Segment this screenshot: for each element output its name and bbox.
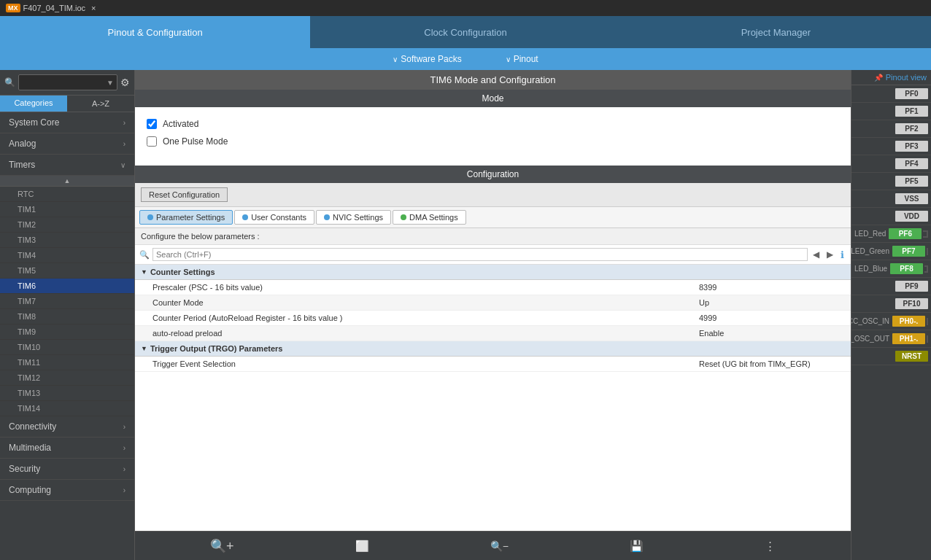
pin-item-ph0-.[interactable]: RCC_OSC_INPH0-. — [851, 313, 931, 330]
search-params-input[interactable] — [152, 248, 808, 261]
pin-item-ph1-.[interactable]: RCC_OSC_OUTPH1-. — [851, 330, 931, 348]
tab-clock-config[interactable]: Clock Configuration — [310, 16, 620, 48]
param-name: Trigger Event Selection — [152, 359, 699, 368]
more-options-button[interactable]: ⋮ — [759, 537, 781, 556]
table-row[interactable]: auto-reload preloadEnable — [135, 326, 851, 341]
tab-pinout-config[interactable]: Pinout & Configuration — [0, 16, 310, 48]
sidebar-item-timers[interactable]: Timers ∨ — [0, 155, 134, 176]
one-pulse-checkbox[interactable] — [147, 136, 157, 147]
sidebar: 🔍 ▼ ⚙ Categories A->Z System Core › Anal… — [0, 70, 135, 560]
sidebar-item-tim9[interactable]: TIM9 — [0, 324, 134, 340]
mode-header: Mode — [135, 90, 851, 107]
param-tab-dma-settings[interactable]: DMA Settings — [393, 210, 466, 225]
expand-arrow-icon: › — [123, 444, 125, 452]
pin-box: PF10 — [895, 298, 928, 309]
pin-item-pf4[interactable]: PF4 — [851, 155, 931, 173]
table-row[interactable]: Trigger Event SelectionReset (UG bit fro… — [135, 357, 851, 372]
pin-connector-icon — [924, 265, 928, 273]
pin-item-vdd[interactable]: VDD — [851, 208, 931, 225]
pin-box: PF8 — [890, 263, 923, 274]
param-tab-nvic-settings[interactable]: NVIC Settings — [316, 210, 391, 225]
sidebar-item-tim11[interactable]: TIM11 — [0, 355, 134, 370]
mode-content: Activated One Pulse Mode — [135, 107, 851, 166]
reset-config-button[interactable]: Reset Configuration — [141, 187, 228, 202]
scroll-up-icon: ▲ — [64, 177, 71, 184]
params-table: ▼Counter SettingsPrescaler (PSC - 16 bit… — [135, 265, 851, 531]
pin-item-pf3[interactable]: PF3 — [851, 138, 931, 155]
sidebar-item-tim5[interactable]: TIM5 — [0, 263, 134, 279]
table-row[interactable]: Counter Period (AutoReload Register - 16… — [135, 311, 851, 326]
sidebar-item-security[interactable]: Security› — [0, 459, 134, 480]
sidebar-item-tim4[interactable]: TIM4 — [0, 248, 134, 263]
section-row[interactable]: ▼Trigger Output (TRGO) Parameters — [135, 341, 851, 357]
section-row[interactable]: ▼Counter Settings — [135, 265, 851, 280]
pin-item-pf1[interactable]: PF1 — [851, 103, 931, 120]
settings-icon[interactable]: ⚙ — [120, 77, 130, 88]
param-tabs: Parameter SettingsUser ConstantsNVIC Set… — [135, 207, 851, 228]
sidebar-item-analog[interactable]: Analog › — [0, 133, 134, 155]
pin-item-pf2[interactable]: PF2 — [851, 120, 931, 138]
next-result-icon[interactable]: ▶ — [824, 249, 835, 260]
table-row[interactable]: Counter ModeUp — [135, 295, 851, 311]
sub-nav-software-packs[interactable]: ∨ Software Packs — [393, 54, 461, 64]
main-layout: 🔍 ▼ ⚙ Categories A->Z System Core › Anal… — [0, 70, 931, 560]
pin-item-pf7[interactable]: LED_GreenPF7 — [851, 243, 931, 260]
search-input[interactable] — [19, 77, 104, 88]
param-name: Prescaler (PSC - 16 bits value) — [152, 283, 699, 292]
pin-item-pf0[interactable]: PF0 — [851, 85, 931, 103]
sub-nav-pinout[interactable]: ∨ Pinout — [506, 54, 538, 64]
pin-item-pf6[interactable]: LED_RedPF6 — [851, 225, 931, 243]
fit-view-button[interactable]: ⬜ — [349, 537, 375, 556]
content-title: TIM6 Mode and Configuration — [135, 70, 851, 90]
info-icon[interactable]: ℹ — [838, 249, 846, 260]
tab-categories[interactable]: Categories — [0, 96, 67, 112]
pin-item-pf5[interactable]: PF5 — [851, 173, 931, 190]
sidebar-item-tim13[interactable]: TIM13 — [0, 386, 134, 401]
zoom-in-button[interactable]: 🔍+ — [204, 535, 240, 557]
pinout-sidebar: 📌 Pinout view PF0PF1PF2PF3PF4PF5VSSVDDLE… — [851, 70, 931, 560]
scroll-up-btn[interactable]: ▲ — [0, 176, 134, 187]
sidebar-item-tim7[interactable]: TIM7 — [0, 294, 134, 309]
prev-result-icon[interactable]: ◀ — [811, 249, 822, 260]
pin-item-pf10[interactable]: PF10 — [851, 295, 931, 313]
pin-box: PF2 — [895, 123, 928, 134]
pin-box: PF7 — [892, 246, 925, 257]
param-name: Counter Mode — [152, 298, 699, 307]
sidebar-item-tim2[interactable]: TIM2 — [0, 217, 134, 233]
param-tab-user-constants[interactable]: User Constants — [234, 210, 314, 225]
close-tab-icon[interactable]: × — [91, 4, 96, 12]
search-params-bar: 🔍 ◀ ▶ ℹ — [135, 245, 851, 265]
sidebar-item-multimedia[interactable]: Multimedia› — [0, 438, 134, 459]
sidebar-item-rtc[interactable]: RTC — [0, 187, 134, 202]
sidebar-item-tim3[interactable]: TIM3 — [0, 233, 134, 248]
file-tab[interactable]: MX F407_04_TIM.ioc × — [6, 4, 96, 12]
bottom-toolbar: 🔍+ ⬜ 🔍− 💾 ⋮ — [135, 531, 851, 560]
sidebar-item-tim14[interactable]: TIM14 — [0, 401, 134, 416]
sidebar-item-system-core[interactable]: System Core › — [0, 112, 134, 133]
activated-checkbox[interactable] — [147, 119, 157, 129]
label: Connectivity — [9, 421, 56, 432]
zoom-out-button[interactable]: 🔍− — [484, 537, 514, 555]
tab-az[interactable]: A->Z — [67, 96, 134, 112]
pin-item-vss[interactable]: VSS — [851, 190, 931, 208]
pin-item-nrst[interactable]: NRST — [851, 348, 931, 365]
sidebar-item-connectivity[interactable]: Connectivity› — [0, 416, 134, 438]
pin-label: LED_Red — [854, 230, 886, 238]
param-tab-parameter-settings[interactable]: Parameter Settings — [139, 210, 233, 225]
export-button[interactable]: 💾 — [624, 537, 649, 556]
sidebar-item-computing[interactable]: Computing› — [0, 480, 134, 501]
sidebar-item-tim10[interactable]: TIM10 — [0, 340, 134, 355]
pin-item-pf9[interactable]: PF9 — [851, 278, 931, 295]
sidebar-item-tim1[interactable]: TIM1 — [0, 202, 134, 217]
pin-box: PF4 — [895, 158, 928, 169]
pin-item-pf8[interactable]: LED_BluePF8 — [851, 260, 931, 278]
table-row[interactable]: Prescaler (PSC - 16 bits value)8399 — [135, 280, 851, 295]
sidebar-item-tim8[interactable]: TIM8 — [0, 309, 134, 324]
dropdown-arrow-icon[interactable]: ▼ — [104, 79, 117, 87]
sidebar-item-tim6[interactable]: TIM6 — [0, 279, 134, 294]
pin-list: PF0PF1PF2PF3PF4PF5VSSVDDLED_RedPF6LED_Gr… — [851, 85, 931, 365]
sidebar-item-tim12[interactable]: TIM12 — [0, 370, 134, 386]
config-toolbar: Reset Configuration — [135, 183, 851, 207]
param-name: auto-reload preload — [152, 329, 699, 338]
tab-project-manager[interactable]: Project Manager — [621, 16, 931, 48]
